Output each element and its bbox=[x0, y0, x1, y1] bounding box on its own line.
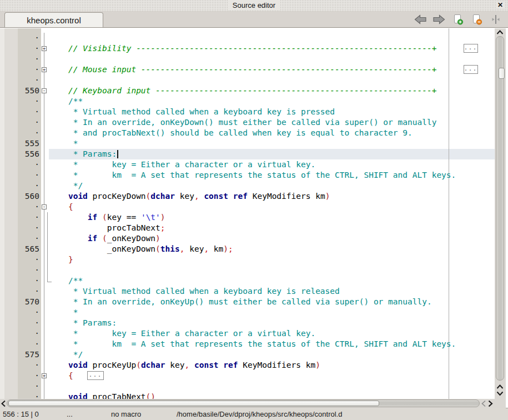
code-row[interactable]: · * key = Either a character or a virtua… bbox=[0, 159, 495, 170]
code-row[interactable]: · bbox=[0, 33, 495, 43]
code-token[interactable]: * key = Either a character or a virtual … bbox=[49, 329, 315, 338]
new-document-button[interactable] bbox=[451, 13, 465, 26]
code-token[interactable]: key bbox=[165, 361, 185, 369]
close-icon[interactable]: ✕ bbox=[496, 1, 505, 9]
code-token[interactable] bbox=[49, 361, 68, 369]
code-token[interactable] bbox=[97, 234, 102, 243]
code-text[interactable]: // Keyboard input ----------------------… bbox=[49, 86, 436, 96]
code-token[interactable]: * km = A set that represents the status … bbox=[49, 171, 456, 179]
folded-code-ellipsis[interactable]: ... bbox=[464, 44, 478, 53]
code-row[interactable]: · bbox=[0, 381, 495, 392]
code-text[interactable]: * In an override, onKeyUp() must either … bbox=[49, 297, 432, 307]
scroll-left2-icon[interactable] bbox=[481, 399, 486, 408]
code-token[interactable]: , bbox=[204, 244, 209, 253]
tab-kheops-control[interactable]: kheops.control bbox=[4, 12, 103, 27]
code-text[interactable]: * In an override, onKeyDown() must eithe… bbox=[49, 117, 436, 128]
code-token[interactable]: , bbox=[184, 361, 189, 369]
code-row[interactable]: · void procTabNext() bbox=[0, 392, 495, 399]
vertical-scroll-track[interactable] bbox=[496, 36, 504, 381]
code-row[interactable]: · * Params: bbox=[0, 318, 495, 328]
code-token[interactable]: // Keyboard input ----------------------… bbox=[49, 86, 436, 95]
code-row[interactable]: 565 _onKeyDown(this, key, km); bbox=[0, 244, 495, 254]
code-text[interactable]: * and procTabNext() should be called whe… bbox=[49, 128, 413, 138]
code-token[interactable]: } bbox=[68, 255, 73, 264]
code-token[interactable]: key bbox=[175, 192, 194, 201]
code-token[interactable]: km bbox=[209, 244, 223, 253]
code-text[interactable]: * km = A set that represents the status … bbox=[49, 170, 456, 181]
code-row[interactable]: · */ bbox=[0, 181, 495, 191]
code-text[interactable]: * key = Either a character or a virtual … bbox=[49, 159, 315, 170]
code-token[interactable]: void bbox=[68, 192, 88, 201]
code-token[interactable]: if bbox=[88, 234, 97, 243]
remove-document-button[interactable] bbox=[470, 13, 484, 26]
code-token[interactable] bbox=[49, 202, 68, 211]
code-text[interactable]: /** bbox=[49, 276, 83, 286]
code-text[interactable]: if (key == '\t') bbox=[49, 212, 165, 223]
code-text[interactable]: void procTabNext() bbox=[49, 392, 155, 399]
code-token[interactable]: * km = A set that represents the status … bbox=[49, 339, 456, 348]
code-row[interactable]: · bbox=[0, 75, 495, 86]
code-token[interactable]: const bbox=[194, 361, 219, 369]
code-token[interactable]: * Params: bbox=[49, 318, 117, 327]
code-token[interactable]: procKeyDown bbox=[88, 192, 146, 201]
code-row[interactable]: · * key = Either a character or a virtua… bbox=[0, 328, 495, 339]
code-token[interactable]: { bbox=[68, 202, 73, 211]
code-row[interactable]: · if (key == '\t') bbox=[0, 212, 495, 223]
code-row[interactable]: · /** bbox=[0, 96, 495, 107]
code-token[interactable]: ( bbox=[102, 234, 107, 243]
code-token[interactable]: const bbox=[204, 192, 228, 201]
code-row[interactable]: · * km = A set that represents the statu… bbox=[0, 170, 495, 181]
code-text[interactable]: } bbox=[49, 254, 73, 265]
code-text[interactable]: * Virtual method called when a keyboard … bbox=[49, 286, 340, 297]
folded-code-ellipsis[interactable]: ... bbox=[464, 65, 478, 74]
code-token[interactable] bbox=[49, 234, 88, 243]
code-text[interactable]: * Params: bbox=[49, 149, 117, 159]
title-bar[interactable]: Source editor ✕ bbox=[0, 0, 508, 11]
code-row[interactable]: · bbox=[0, 54, 495, 64]
code-row[interactable]: · void procKeyUp(dchar key, const ref Ke… bbox=[0, 360, 495, 371]
code-token[interactable]: // Visibility --------------------------… bbox=[49, 44, 436, 53]
code-token[interactable]: ) bbox=[155, 234, 160, 243]
code-token[interactable]: KeyModifiers km bbox=[248, 192, 325, 201]
code-row[interactable]: ·+ // Visibility -----------------------… bbox=[0, 43, 495, 54]
code-token[interactable]: ; bbox=[160, 223, 165, 232]
forward-button[interactable] bbox=[432, 13, 446, 26]
code-text[interactable]: * km = A set that represents the status … bbox=[49, 339, 456, 349]
code-text[interactable]: * Virtual method called when a keyboard … bbox=[49, 107, 335, 117]
code-token[interactable]: ref bbox=[223, 361, 238, 369]
code-token[interactable]: * In an override, onKeyUp() must either … bbox=[49, 297, 432, 306]
code-token[interactable]: { bbox=[68, 371, 73, 380]
code-token[interactable]: ) bbox=[223, 244, 228, 253]
code-token[interactable]: key bbox=[184, 244, 204, 253]
code-token[interactable] bbox=[189, 361, 194, 369]
code-token[interactable]: * Virtual method called when a keyboard … bbox=[49, 107, 335, 116]
code-token[interactable]: /** bbox=[49, 97, 83, 106]
code-token[interactable]: if bbox=[88, 213, 97, 222]
code-token[interactable] bbox=[228, 192, 233, 201]
code-row[interactable]: ·+ {... bbox=[0, 371, 495, 381]
code-row[interactable]: · * Virtual method called when a keyboar… bbox=[0, 107, 495, 117]
code-token[interactable]: ( bbox=[136, 361, 141, 369]
code-token[interactable] bbox=[49, 255, 68, 264]
code-token[interactable]: ) bbox=[325, 192, 330, 201]
code-token[interactable]: ( bbox=[155, 244, 160, 253]
fold-toggle[interactable]: + bbox=[42, 373, 47, 378]
code-token[interactable]: * In an override, onKeyDown() must eithe… bbox=[49, 118, 436, 127]
code-token[interactable]: * Virtual method called when a keyboard … bbox=[49, 287, 340, 296]
code-row[interactable]: · * In an override, onKeyDown() must eit… bbox=[0, 117, 495, 128]
code-row[interactable]: 550- // Keyboard input -----------------… bbox=[0, 86, 495, 96]
code-token[interactable]: KeyModifiers km bbox=[238, 361, 316, 369]
fold-toggle[interactable]: + bbox=[42, 46, 47, 51]
code-token[interactable]: procTabNext bbox=[88, 392, 146, 399]
code-row[interactable]: · * km = A set that represents the statu… bbox=[0, 339, 495, 349]
code-text[interactable]: { bbox=[49, 371, 73, 381]
horizontal-scrollbar[interactable] bbox=[0, 399, 495, 408]
vertical-scroll-thumb[interactable] bbox=[499, 68, 505, 79]
code-token[interactable]: dchar bbox=[141, 361, 165, 369]
code-row[interactable]: · * Virtual method called when a keyboar… bbox=[0, 286, 495, 297]
code-token[interactable]: ) bbox=[315, 361, 320, 369]
code-row[interactable]: 555 * bbox=[0, 138, 495, 149]
code-token[interactable] bbox=[49, 192, 68, 201]
code-text[interactable]: * Params: bbox=[49, 318, 117, 328]
back-button[interactable] bbox=[414, 13, 427, 26]
